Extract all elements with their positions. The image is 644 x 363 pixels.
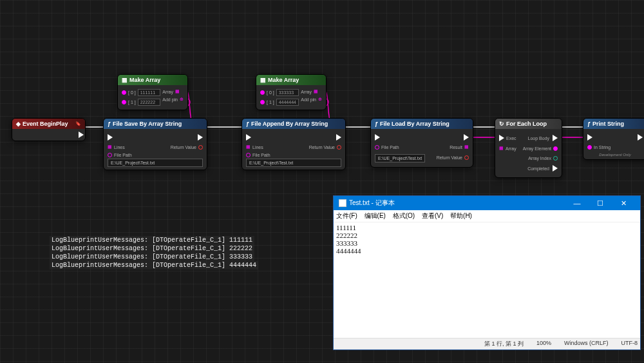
input-value[interactable]: 333333 [276,89,299,96]
input-value[interactable]: 111111 [138,89,160,96]
node-header: ƒ Print String [583,119,644,129]
node-header: ▦ Make Array [256,75,326,85]
array-pin-0[interactable]: [ 0 ] 333333 [260,89,299,96]
exec-in-pin[interactable]: Exec [499,135,516,141]
node-make-array-1[interactable]: ▦ Make Array [ 0 ] 111111 [ 1 ] 222222 A… [117,74,188,110]
file-path-input[interactable]: E:\UE_Project\Test.txt [246,159,341,167]
notepad-titlebar[interactable]: Test.txt - 记事本 — ☐ ✕ [334,196,640,210]
node-file-append[interactable]: ƒ File Append By Array String ▦ Lines Re… [242,118,346,170]
result-pin[interactable]: Result ▦ [450,144,469,150]
node-title: Make Array [129,77,160,83]
exec-in-pin[interactable] [587,134,592,141]
grid-icon: ▦ [314,89,318,94]
menu-view[interactable]: 查看(V) [422,212,443,219]
log-line: LogBlueprintUserMessages: [DTOperateFile… [50,261,258,270]
node-title: Print String [592,121,624,127]
notepad-menubar: 文件(F) 编辑(E) 格式(O) 查看(V) 帮助(H) [334,210,640,222]
in-string-pin[interactable]: In String [587,145,611,150]
array-pin-0[interactable]: [ 0 ] 111111 [122,89,160,96]
node-make-array-2[interactable]: ▦ Make Array [ 0 ] 333333 [ 1 ] 4444444 … [256,74,327,110]
node-header: ▦ Make Array [118,75,187,85]
array-element-pin[interactable]: Array Element [523,146,558,151]
file-path-input[interactable]: E:\UE_Project\Test.txt [375,154,425,162]
array-icon: ▦ [260,77,266,83]
return-value-pin[interactable]: Return Value [437,155,469,160]
exec-out-pin[interactable] [79,132,84,138]
pin-icon [260,100,265,104]
node-header: ƒ File Save By Array String [104,119,207,129]
exec-in-pin[interactable] [108,134,113,141]
function-icon: ƒ [246,121,249,127]
lines-pin[interactable]: ▦ Lines [246,144,263,150]
exec-icon [553,165,558,172]
function-icon: ƒ [587,121,591,127]
menu-file[interactable]: 文件(F) [336,212,357,219]
exec-in-pin[interactable] [246,134,251,141]
completed-pin[interactable]: Completed [527,165,558,172]
exec-icon [553,135,558,141]
menu-format[interactable]: 格式(O) [393,212,415,219]
array-pin-1[interactable]: [ 1 ] 222222 [122,99,160,106]
node-print-string[interactable]: ƒ Print String In String Development Onl… [583,118,644,160]
pin-icon [553,146,558,151]
file-path-pin[interactable]: File Path [375,145,399,150]
status-encoding: UTF-8 [621,340,638,348]
add-pin-button[interactable]: Add pin ⊕ [162,97,184,102]
status-eol: Windows (CRLF) [564,340,609,348]
node-header: ↻ For Each Loop [495,119,562,129]
node-event-beginplay[interactable]: ◆ Event BeginPlay 🔖 [12,118,86,141]
minimize-button[interactable]: — [565,199,589,208]
node-title: File Append By Array String [251,121,328,127]
exec-out-pin[interactable] [336,134,341,141]
return-value-pin[interactable]: Return Value [309,145,341,150]
exec-in-pin[interactable] [375,134,380,141]
add-pin-button[interactable]: Add pin ⊕ [301,97,322,102]
log-line: LogBlueprintUserMessages: [DTOperateFile… [50,236,254,244]
node-file-save[interactable]: ƒ File Save By Array String ▦ Lines Retu… [103,118,207,170]
text-line: 4444444 [336,247,638,255]
text-line: 111111 [336,224,638,231]
input-value[interactable]: 222222 [138,99,160,106]
array-pin-1[interactable]: [ 1 ] 4444444 [260,99,299,106]
file-path-pin[interactable]: File Path [246,153,341,157]
input-value[interactable]: 4444444 [276,99,299,106]
node-title: File Load By Array String [380,121,450,127]
return-value-pin[interactable]: Return Value [171,145,203,150]
exec-out-pin[interactable] [638,134,643,141]
loop-icon: ↻ [499,121,504,127]
notepad-window[interactable]: Test.txt - 记事本 — ☐ ✕ 文件(F) 编辑(E) 格式(O) 查… [333,195,641,350]
file-path-pin[interactable]: File Path [108,153,203,157]
menu-edit[interactable]: 编辑(E) [365,212,386,219]
function-icon: ƒ [108,121,111,127]
text-line: 222222 [336,231,638,239]
array-out-pin[interactable]: Array ▦ [301,89,322,94]
node-header: ƒ File Append By Array String [242,119,345,129]
notepad-content[interactable]: 111111 222222 333333 4444444 [334,222,640,338]
pin-icon [375,145,379,150]
array-in-pin[interactable]: ▦ Array [499,146,516,151]
grid-icon: ▦ [464,144,469,150]
grid-icon: ▦ [108,144,112,150]
plus-icon: ⊕ [180,97,184,102]
array-index-pin[interactable]: Array Index [528,156,558,161]
file-path-input[interactable]: E:\UE_Project\Test.txt [108,159,203,167]
log-line: LogBlueprintUserMessages: [DTOperateFile… [50,244,254,253]
grid-icon: ▦ [499,146,504,151]
function-icon: ƒ [375,121,378,127]
exec-out-pin[interactable] [464,134,469,141]
lines-pin[interactable]: ▦ Lines [108,144,125,150]
array-out-pin[interactable]: Array ▦ [162,89,184,94]
status-position: 第 1 行, 第 1 列 [484,340,524,348]
node-for-each-loop[interactable]: ↻ For Each Loop Exec Loop Body ▦ Array A… [495,118,562,178]
development-only-label: Development Only [587,153,643,157]
loop-body-pin[interactable]: Loop Body [528,135,558,141]
node-file-load[interactable]: ƒ File Load By Array String File Path Re… [370,118,473,168]
maximize-button[interactable]: ☐ [589,199,612,208]
pin-icon [198,145,203,150]
pin-icon [122,100,126,104]
node-header: ƒ File Load By Array String [371,119,473,129]
exec-out-pin[interactable] [198,134,203,141]
plus-icon: ⊕ [318,97,322,102]
menu-help[interactable]: 帮助(H) [450,212,472,219]
close-button[interactable]: ✕ [612,199,635,208]
